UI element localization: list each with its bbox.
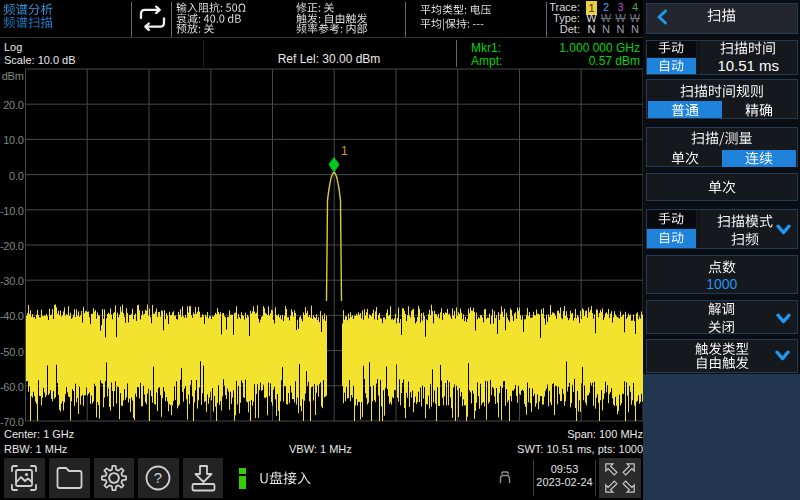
- svg-text:?: ?: [154, 469, 162, 486]
